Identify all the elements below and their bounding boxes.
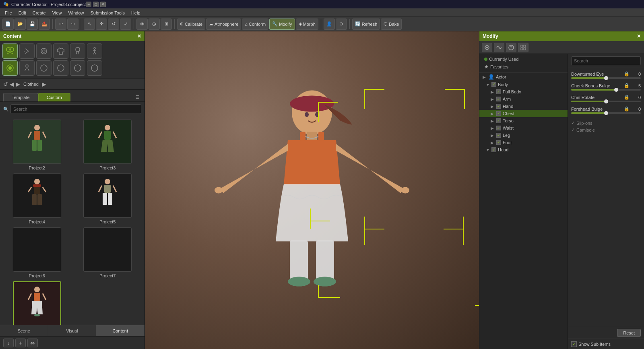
full-body-checkbox[interactable]: ✓ (496, 89, 501, 94)
tool-export[interactable]: 📤 (39, 19, 50, 30)
tool-save[interactable]: 💾 (27, 19, 38, 30)
body-expand-icon[interactable]: ▼ (486, 83, 490, 87)
action-down-icon[interactable]: ↓ (3, 339, 14, 347)
head-expand-icon[interactable]: ▼ (486, 148, 490, 152)
torso-expand-icon[interactable]: ▶ (491, 119, 495, 123)
tree-arm[interactable]: ▶ ✓ Arm (479, 95, 568, 103)
tab-scene[interactable]: Scene (0, 325, 48, 337)
icon-group[interactable] (2, 60, 18, 76)
tab-custom[interactable]: Custom (38, 93, 70, 101)
foot-expand-icon[interactable]: ▶ (491, 140, 495, 145)
list-item[interactable]: Project7 (74, 227, 142, 278)
hand-checkbox[interactable]: ✓ (496, 104, 501, 109)
slider-lock-downturned-eye[interactable]: 🔒 (624, 71, 630, 76)
menu-submission[interactable]: Submission Tools (87, 10, 128, 16)
tool-modify[interactable]: 🔧 Modify (269, 19, 295, 30)
tree-actor[interactable]: ▶ 👤 Actor (479, 73, 568, 81)
icon-pose[interactable] (87, 43, 102, 59)
list-item[interactable]: Project2 (3, 120, 71, 170)
list-item[interactable]: Project6 (3, 227, 71, 278)
content-close-icon[interactable]: ✕ (137, 33, 141, 39)
list-item[interactable]: Project3 (74, 120, 142, 170)
slider-thumb-cheek-bones[interactable] (614, 88, 618, 92)
tool-view2[interactable]: ◷ (149, 19, 160, 30)
tool-bake[interactable]: ⬡ Bake (381, 19, 402, 30)
menu-view[interactable]: View (49, 10, 65, 16)
camisole-checkbox[interactable]: ✓ (571, 127, 575, 132)
menu-help[interactable]: Help (128, 10, 144, 16)
tab-content[interactable]: Content (96, 325, 144, 337)
modify-btn-material[interactable] (506, 43, 516, 52)
tool-scale[interactable]: ⤢ (120, 19, 131, 30)
nav-back-icon[interactable]: ◀ (10, 81, 14, 87)
nav-refresh-icon[interactable]: ↺ (3, 81, 8, 87)
slider-track-forehead[interactable] (571, 112, 641, 114)
tool-refresh[interactable]: 🔄 Refresh (352, 19, 380, 30)
icon-circle5[interactable] (70, 60, 85, 76)
tree-favorites[interactable]: ★ Favorites (483, 63, 564, 71)
hand-expand-icon[interactable]: ▶ (491, 104, 495, 109)
head-checkbox[interactable]: ✓ (491, 147, 496, 152)
reset-button[interactable]: Reset (617, 329, 641, 337)
icon-characters[interactable] (2, 43, 18, 59)
action-merge-icon[interactable]: ⇔ (27, 339, 38, 347)
tool-undo[interactable]: ↩ (55, 19, 66, 30)
body-checkbox[interactable]: ✓ (491, 82, 496, 87)
right-search-input[interactable] (571, 56, 641, 65)
slider-track-chin-rotate[interactable] (571, 101, 641, 102)
tool-view3[interactable]: ⊞ (161, 19, 172, 30)
tree-foot[interactable]: ▶ ✓ Foot (479, 139, 568, 146)
modify-close-icon[interactable]: ✕ (637, 33, 641, 39)
tool-move[interactable]: ✛ (96, 19, 107, 30)
search-input[interactable] (10, 104, 141, 114)
modify-btn-morph[interactable] (494, 43, 504, 52)
tree-chest[interactable]: ▶ ✓ Chest (479, 110, 568, 117)
icon-circle4[interactable] (53, 60, 68, 76)
tool-atmosphere[interactable]: ☁ Atmosphere (206, 19, 241, 30)
slider-thumb-downturned-eye[interactable] (604, 76, 608, 80)
modify-btn-grid[interactable] (518, 43, 528, 52)
tree-currently-used[interactable]: Currently Used (483, 56, 564, 63)
waist-checkbox[interactable]: ✓ (496, 126, 501, 130)
action-add-icon[interactable]: + (15, 339, 26, 347)
tool-morph[interactable]: ◈ Morph (296, 19, 318, 30)
icon-hair[interactable] (70, 43, 85, 59)
tree-full-body[interactable]: ▶ ✓ Full Body (479, 88, 568, 95)
actor-expand-icon[interactable]: ▶ (483, 75, 487, 79)
modify-btn-settings[interactable] (482, 43, 492, 52)
slider-lock-cheek-bones[interactable]: 🔒 (624, 83, 630, 88)
tool-calibrate[interactable]: ⊕ Calibrate (177, 19, 205, 30)
arm-checkbox[interactable]: ✓ (496, 97, 501, 101)
chest-checkbox[interactable]: ✓ (496, 111, 501, 116)
slip-ons-checkbox[interactable]: ✓ (571, 120, 575, 126)
icon-circle6[interactable] (87, 60, 102, 76)
slider-track-downturned-eye[interactable] (571, 77, 641, 79)
show-sub-items-checkbox[interactable]: ✓ (571, 341, 577, 347)
tool-eye[interactable]: 👁 (136, 19, 148, 30)
tool-conform[interactable]: ⌂ Conform (242, 19, 268, 30)
tree-leg[interactable]: ▶ ✓ Leg (479, 132, 568, 139)
leg-checkbox[interactable]: ✓ (496, 133, 501, 138)
waist-expand-icon[interactable]: ▶ (491, 126, 495, 130)
arm-expand-icon[interactable]: ▶ (491, 97, 495, 101)
tool-open[interactable]: 📂 (14, 19, 26, 30)
leg-expand-icon[interactable]: ▶ (491, 133, 495, 138)
tab-template[interactable]: Template (3, 93, 38, 101)
icon-clothing[interactable] (53, 43, 68, 59)
content-options-icon[interactable]: ☰ (134, 93, 141, 101)
tool-select[interactable]: ↖ (84, 19, 95, 30)
menu-edit[interactable]: Edit (15, 10, 29, 16)
tree-body[interactable]: ▼ ✓ Body (479, 81, 568, 88)
tool-new[interactable]: 📄 (2, 19, 14, 30)
close-btn[interactable]: ✕ (100, 2, 106, 7)
torso-checkbox[interactable]: ✓ (496, 118, 501, 123)
list-item[interactable]: Project4 (3, 173, 71, 224)
tree-waist[interactable]: ▶ ✓ Waist (479, 124, 568, 132)
tree-torso[interactable]: ▶ ✓ Torso (479, 117, 568, 124)
slider-thumb-forehead[interactable] (604, 111, 608, 115)
slider-thumb-chin-rotate[interactable] (604, 99, 608, 103)
list-item[interactable]: Project5 (74, 173, 142, 224)
nav-play-icon[interactable]: ▶ (16, 81, 20, 87)
tab-visual[interactable]: Visual (48, 325, 97, 337)
tool-redo[interactable]: ↪ (67, 19, 78, 30)
